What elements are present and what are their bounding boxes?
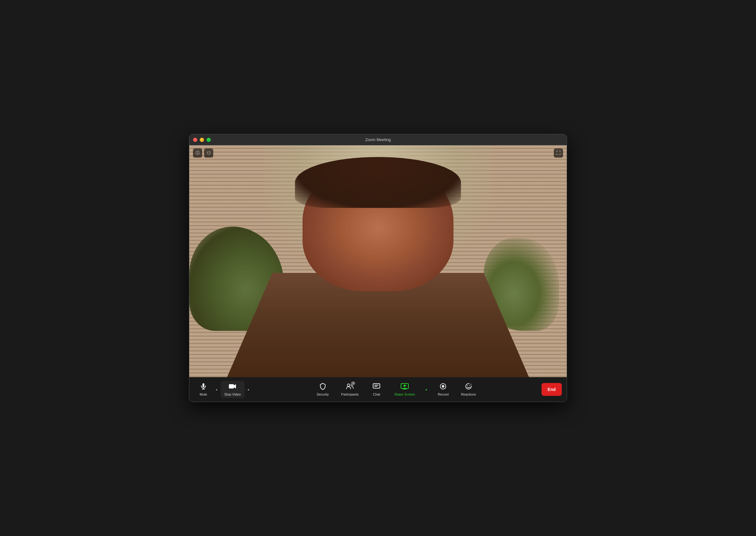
- microphone-icon: [200, 383, 207, 391]
- shield-icon: 🛡: [207, 151, 211, 155]
- record-button[interactable]: Record: [434, 381, 452, 398]
- overlay-controls-right: ⛶: [554, 149, 563, 158]
- reactions-label: Reactions: [461, 392, 476, 396]
- svg-text:+: +: [470, 384, 472, 386]
- security-button[interactable]: Security: [313, 381, 333, 398]
- participants-count: 1: [351, 382, 355, 385]
- toolbar-left: Mute ▲ Stop Video ▲: [194, 381, 251, 398]
- titlebar: Zoom Meeting: [189, 134, 567, 145]
- reactions-icon: +: [464, 383, 473, 391]
- security-icon: [319, 383, 326, 391]
- info-button[interactable]: ⓘ: [193, 149, 202, 158]
- end-button[interactable]: End: [542, 383, 562, 396]
- share-screen-chevron[interactable]: ▲: [423, 383, 429, 395]
- overlay-controls-left: ⓘ 🛡: [193, 149, 213, 158]
- close-button[interactable]: [193, 138, 197, 142]
- toolbar-center: Security 1 Participants: [251, 381, 542, 398]
- svg-point-13: [442, 385, 444, 387]
- window-title: Zoom Meeting: [365, 137, 391, 142]
- participants-button[interactable]: 1 Participants: [338, 381, 362, 398]
- chat-button[interactable]: Chat: [367, 381, 386, 398]
- share-screen-icon: [400, 383, 409, 391]
- toolbar: Mute ▲ Stop Video ▲: [189, 377, 567, 402]
- fullscreen-button[interactable]: ⛶: [554, 149, 563, 158]
- camera-icon: [229, 383, 236, 391]
- info-icon: ⓘ: [196, 150, 200, 156]
- security-label: Security: [317, 392, 329, 396]
- person-hair: [295, 157, 461, 208]
- maximize-button[interactable]: [206, 138, 211, 142]
- chat-icon: [373, 383, 380, 391]
- record-icon: [439, 383, 447, 391]
- fullscreen-icon: ⛶: [556, 151, 560, 155]
- stop-video-button[interactable]: Stop Video: [221, 381, 244, 398]
- share-screen-label: Share Screen: [394, 392, 415, 396]
- mute-button[interactable]: Mute: [194, 381, 213, 398]
- svg-point-16: [469, 385, 470, 386]
- mute-label: Mute: [200, 392, 207, 396]
- record-label: Record: [438, 392, 449, 396]
- chat-label: Chat: [373, 392, 380, 396]
- svg-rect-6: [373, 384, 380, 388]
- share-screen-button[interactable]: Share Screen: [391, 381, 418, 398]
- video-feed: ⓘ 🛡 ⛶: [189, 145, 567, 377]
- mute-chevron[interactable]: ▲: [214, 383, 219, 395]
- svg-rect-3: [229, 384, 234, 388]
- participants-label: Participants: [341, 392, 359, 396]
- video-area: ⓘ 🛡 ⛶: [189, 145, 567, 377]
- zoom-window: Zoom Meeting ⓘ: [189, 134, 567, 402]
- traffic-lights: [193, 138, 211, 142]
- video-chevron[interactable]: ▲: [246, 383, 251, 395]
- shield-button[interactable]: 🛡: [204, 149, 213, 158]
- toolbar-right: End: [542, 383, 562, 396]
- stop-video-label: Stop Video: [224, 392, 241, 396]
- minimize-button[interactable]: [200, 138, 204, 142]
- svg-point-15: [467, 385, 468, 386]
- participants-icon: 1: [345, 383, 354, 391]
- svg-point-4: [347, 384, 350, 386]
- svg-rect-0: [202, 383, 204, 387]
- reactions-button[interactable]: + Reactions: [457, 381, 480, 398]
